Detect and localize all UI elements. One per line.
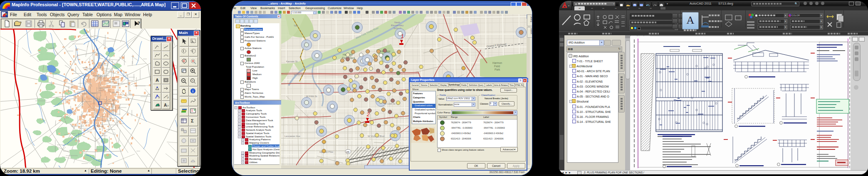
svg-text:?: ?: [167, 104, 169, 108]
svg-text:Lancaster Ave: Lancaster Ave: [284, 135, 301, 137]
svg-text:Tilw: Tilw: [294, 24, 298, 27]
svg-text:i: i: [193, 89, 194, 93]
svg-text:?: ?: [167, 96, 169, 100]
svg-text:1: 1: [401, 34, 404, 39]
svg-text:W Fifth St: W Fifth St: [306, 95, 317, 98]
svg-text:W 7th St: W 7th St: [294, 73, 303, 76]
svg-text:Park: Park: [495, 68, 500, 71]
svg-text:?: ?: [192, 79, 193, 82]
svg-text:Elementary: Elementary: [391, 24, 403, 27]
svg-text:Nash: Nash: [394, 21, 400, 24]
svg-text:?: ?: [158, 104, 160, 108]
svg-text:Field: Field: [494, 65, 500, 68]
svg-text:Harrold Pike: Harrold Pike: [319, 151, 334, 153]
svg-text:Harmon: Harmon: [492, 61, 502, 64]
svg-text:▾: ▾: [568, 5, 569, 7]
svg-text:Σ: Σ: [191, 118, 194, 123]
svg-text:?: ?: [137, 21, 140, 26]
svg-text:Kansas St: Kansas St: [286, 60, 298, 63]
svg-text:?: ?: [158, 96, 160, 100]
svg-text:2: 2: [366, 112, 370, 117]
svg-text:199: 199: [346, 151, 349, 153]
svg-text:A: A: [156, 78, 159, 83]
